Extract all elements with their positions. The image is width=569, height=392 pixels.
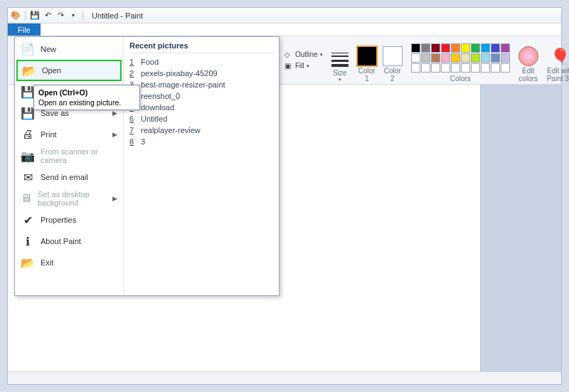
chevron-down-icon: ▾ xyxy=(307,63,309,69)
palette-swatch[interactable] xyxy=(421,43,430,53)
edit-colors-icon xyxy=(519,46,538,66)
menu-item-icon: 📂 xyxy=(22,63,36,78)
palette-swatch[interactable] xyxy=(471,43,480,53)
palette-swatch[interactable] xyxy=(451,43,460,53)
edit-paint3d-button[interactable]: 🎈 Edit with Paint 3D xyxy=(544,36,569,84)
palette-swatch[interactable] xyxy=(501,43,510,53)
file-menu-item-send-in-email[interactable]: ✉Send in email xyxy=(16,166,122,188)
color2-swatch xyxy=(383,46,403,66)
palette-swatch[interactable] xyxy=(461,53,470,63)
redo-qat-icon[interactable]: ↷ xyxy=(55,11,65,21)
file-menu-item-new[interactable]: 📄New xyxy=(16,38,122,60)
palette-swatch[interactable] xyxy=(441,53,450,63)
tooltip-title: Open (Ctrl+O) xyxy=(38,88,135,97)
palette-swatch[interactable] xyxy=(461,63,470,73)
recent-pictures-header: Recent pictures xyxy=(129,40,273,53)
open-tooltip: Open (Ctrl+O) Open an existing picture. xyxy=(33,85,140,110)
recent-item-label: download xyxy=(141,103,174,112)
edit-colors-label: Edit colors xyxy=(519,67,538,83)
undo-qat-icon[interactable]: ↶ xyxy=(43,11,53,21)
statusbar xyxy=(8,371,561,384)
menu-item-icon: 📷 xyxy=(21,149,35,163)
color-palette[interactable] xyxy=(411,43,510,73)
palette-swatch[interactable] xyxy=(411,53,420,63)
palette-swatch[interactable] xyxy=(481,43,490,53)
menu-item-label: Properties xyxy=(41,216,76,224)
fill-icon: ▣ xyxy=(284,62,293,70)
palette-swatch[interactable] xyxy=(421,63,430,73)
palette-swatch[interactable] xyxy=(501,53,510,63)
paint3d-icon: 🎈 xyxy=(551,48,569,66)
recent-item[interactable]: 7realplayer-review xyxy=(129,125,273,136)
palette-swatch[interactable] xyxy=(481,63,490,73)
outline-label: Outline xyxy=(295,51,318,58)
recent-item[interactable]: 83 xyxy=(129,136,273,147)
file-tab[interactable]: File xyxy=(8,23,41,36)
color2-button[interactable]: Color 2 xyxy=(380,36,405,84)
palette-swatch[interactable] xyxy=(461,43,470,53)
file-menu-item-print[interactable]: 🖨Print▶ xyxy=(16,124,122,145)
menu-item-label: About Paint xyxy=(41,237,81,245)
file-menu-item-about-paint[interactable]: ℹAbout Paint xyxy=(16,231,122,252)
color1-swatch xyxy=(357,46,377,66)
menu-item-label: Set as desktop background xyxy=(38,190,107,207)
edit-paint3d-label: Edit with Paint 3D xyxy=(547,67,569,83)
recent-item[interactable]: 2pexels-pixabay-45209 xyxy=(129,68,273,79)
recent-item[interactable]: 5download xyxy=(129,102,273,113)
menu-item-label: Open xyxy=(42,66,61,75)
palette-swatch[interactable] xyxy=(431,43,440,53)
palette-swatch[interactable] xyxy=(471,63,480,73)
recent-item[interactable]: 4reenshot_0 xyxy=(129,90,273,102)
chevron-down-icon: ▾ xyxy=(320,52,323,58)
recent-item[interactable]: 3best-image-resizer-paint xyxy=(129,79,273,90)
recent-item-label: Food xyxy=(141,58,159,66)
palette-swatch[interactable] xyxy=(421,53,430,63)
file-menu-item-open[interactable]: 📂Open xyxy=(16,60,122,81)
palette-swatch[interactable] xyxy=(431,53,440,63)
menu-item-label: New xyxy=(41,45,56,53)
submenu-arrow-icon: ▶ xyxy=(112,131,117,138)
file-menu-item-exit[interactable]: 📂Exit xyxy=(16,252,122,273)
paint-window: 🎨 💾 ↶ ↷ ▾ Untitled - Paint File ◇ Outlin… xyxy=(7,7,562,385)
size-label: Size xyxy=(333,69,346,77)
fill-label: Fill xyxy=(295,62,304,70)
submenu-arrow-icon: ▶ xyxy=(112,195,117,202)
menu-item-label: From scanner or camera xyxy=(41,147,117,164)
menu-item-icon: ✉ xyxy=(21,170,35,184)
palette-swatch[interactable] xyxy=(431,63,440,73)
palette-swatch[interactable] xyxy=(481,53,490,63)
menu-item-label: Print xyxy=(41,130,57,139)
color1-button[interactable]: Color 1 xyxy=(354,36,380,84)
palette-swatch[interactable] xyxy=(441,63,450,73)
menu-item-label: Exit xyxy=(41,258,53,267)
file-menu: 📄New📂Open💾Save💾Save as▶🖨Print▶📷From scan… xyxy=(14,36,280,296)
palette-swatch[interactable] xyxy=(471,53,480,63)
color2-label: Color 2 xyxy=(384,67,401,83)
palette-swatch[interactable] xyxy=(491,63,500,73)
window-title: Untitled - Paint xyxy=(92,11,143,20)
file-menu-item-properties[interactable]: ✔Properties xyxy=(16,209,122,231)
save-qat-icon[interactable]: 💾 xyxy=(30,11,40,21)
size-button[interactable]: Size ▾ xyxy=(329,36,351,84)
palette-swatch[interactable] xyxy=(451,53,460,63)
palette-swatch[interactable] xyxy=(491,53,500,63)
recent-item-number: 7 xyxy=(129,126,137,134)
tooltip-body: Open an existing picture. xyxy=(38,98,135,107)
size-icon xyxy=(331,51,349,68)
recent-item[interactable]: 1Food xyxy=(129,56,273,68)
fill-dropdown[interactable]: ▣ Fill ▾ xyxy=(283,61,324,71)
palette-swatch[interactable] xyxy=(451,63,460,73)
recent-item[interactable]: 6Untitled xyxy=(129,113,273,125)
outline-dropdown[interactable]: ◇ Outline ▾ xyxy=(283,50,324,60)
palette-swatch[interactable] xyxy=(411,43,420,53)
palette-swatch[interactable] xyxy=(501,63,510,73)
palette-swatch[interactable] xyxy=(491,43,500,53)
qat-customize-icon[interactable]: ▾ xyxy=(68,11,78,21)
palette-swatch[interactable] xyxy=(441,43,450,53)
recent-item-label: best-image-resizer-paint xyxy=(141,80,225,89)
recent-item-number: 8 xyxy=(129,137,137,146)
palette-swatch[interactable] xyxy=(411,63,420,73)
colors-group-label: Colors xyxy=(450,75,471,83)
menu-item-icon: 🖥 xyxy=(21,191,32,206)
edit-colors-button[interactable]: Edit colors xyxy=(516,36,541,84)
